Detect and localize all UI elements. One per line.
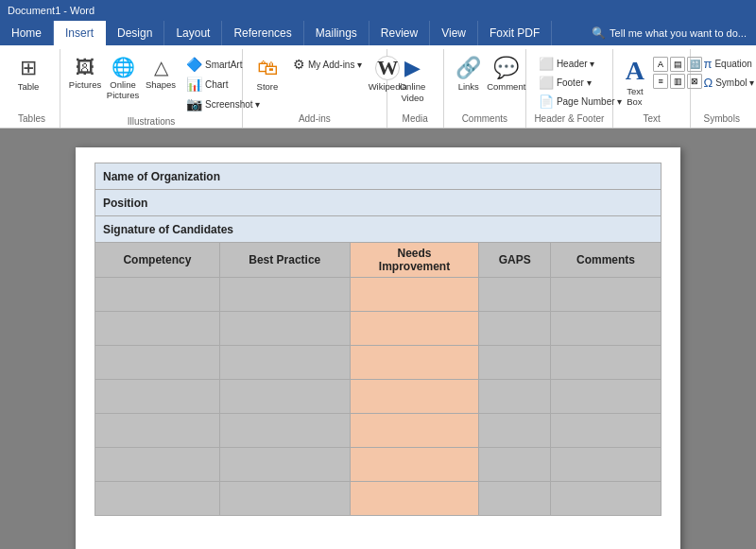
cell-needs-1 (350, 278, 479, 312)
cell-comments-1 (550, 278, 661, 312)
online-pictures-icon: 🌐 (112, 56, 135, 78)
ribbon-group-illustrations: 🖼 Pictures 🌐 OnlinePictures △ Shapes 🔷 S… (60, 49, 243, 128)
cell-needs-6 (350, 448, 479, 482)
table-label: Table (18, 81, 40, 92)
cell-competency-5 (95, 414, 220, 448)
table-header-row: Competency Best Practice NeedsImprovemen… (95, 243, 662, 278)
cell-comments-4 (550, 380, 661, 414)
media-group-label: Media (395, 111, 436, 128)
cell-comments-7 (550, 482, 661, 516)
tab-view[interactable]: View (430, 21, 478, 45)
table-button[interactable]: ⊞ Table (11, 53, 45, 95)
table-icon: ⊞ (20, 56, 37, 80)
tab-home[interactable]: Home (0, 21, 54, 45)
table-row-signature: Signature of Candidates (95, 216, 662, 243)
tab-foxitpdf[interactable]: Foxit PDF (478, 21, 552, 45)
symbol-icon: Ω (703, 76, 713, 90)
cell-competency-3 (95, 346, 220, 380)
text-small-btn-1[interactable]: A (653, 57, 668, 72)
online-video-button[interactable]: ▶ OnlineVideo (395, 53, 430, 106)
cell-gaps-4 (479, 380, 551, 414)
cell-competency-1 (95, 278, 220, 312)
cell-needs-2 (350, 312, 479, 346)
textbox-icon: A (626, 56, 644, 86)
comment-button[interactable]: 💬 Comment (490, 53, 524, 95)
table-row (95, 380, 662, 414)
my-addins-icon: ⚙ (293, 57, 305, 72)
text-small-btn-5[interactable]: ▥ (670, 74, 685, 89)
text-small-btn-2[interactable]: ▤ (670, 57, 685, 72)
screenshot-icon: 📷 (186, 96, 202, 112)
cell-competency-2 (95, 312, 220, 346)
cell-gaps-2 (479, 312, 551, 346)
ribbon-group-symbols: π Equation Ω Symbol ▾ Symbols (691, 49, 752, 128)
cell-competency-4 (95, 380, 220, 414)
cell-comments-6 (550, 448, 661, 482)
header-competency: Competency (95, 243, 220, 278)
store-icon: 🛍 (257, 56, 278, 80)
symbol-button[interactable]: Ω Symbol ▾ (698, 74, 756, 92)
tab-review[interactable]: Review (369, 21, 430, 45)
text-small-btn-4[interactable]: ≡ (653, 74, 668, 89)
cell-needs-5 (350, 414, 479, 448)
tab-layout[interactable]: Layout (164, 21, 222, 45)
cell-needs-4 (350, 380, 479, 414)
smartart-icon: 🔷 (186, 57, 202, 72)
links-button[interactable]: 🔗 Links (452, 53, 486, 95)
shapes-icon: △ (154, 56, 168, 78)
document-area: Name of Organization Position Signature … (0, 129, 756, 549)
header-gaps: GAPS (479, 243, 551, 278)
shapes-button[interactable]: △ Shapes (144, 53, 178, 93)
table-row (95, 346, 662, 380)
ribbon-group-addins: 🛍 Store ⚙ My Add-ins ▾ W Wikipedia Add-i… (243, 49, 387, 128)
ribbon-group-header-footer: ⬜ Header ▾ ⬜ Footer ▾ 📄 Page Number ▾ He… (526, 49, 613, 128)
textbox-button[interactable]: A TextBox (621, 53, 649, 110)
table-row (95, 312, 662, 346)
online-pictures-button[interactable]: 🌐 OnlinePictures (106, 53, 140, 104)
table-row-org: Name of Organization (95, 163, 662, 190)
store-button[interactable]: 🛍 Store (250, 53, 284, 95)
cell-gaps-7 (479, 482, 551, 516)
pictures-button[interactable]: 🖼 Pictures (68, 53, 102, 93)
cell-bestpractice-7 (219, 482, 350, 516)
header-needs-improvement: NeedsImprovement (350, 243, 479, 278)
links-icon: 🔗 (455, 56, 481, 80)
tell-me-text: Tell me what you want to do... (610, 27, 747, 39)
cell-bestpractice-2 (219, 312, 350, 346)
comment-icon: 💬 (493, 56, 519, 80)
cell-comments-3 (550, 346, 661, 380)
cell-bestpractice-4 (219, 380, 350, 414)
cell-needs-7 (350, 482, 479, 516)
cell-gaps-6 (479, 448, 551, 482)
table-row-position: Position (95, 190, 662, 216)
equation-icon: π (703, 57, 712, 71)
tab-design[interactable]: Design (106, 21, 164, 45)
title-bar: Document1 - Word (0, 0, 756, 21)
addins-small-buttons: ⚙ My Add-ins ▾ (288, 53, 367, 74)
cell-competency-6 (95, 448, 220, 482)
ribbon-group-media: ▶ OnlineVideo Media (387, 49, 444, 128)
my-addins-button[interactable]: ⚙ My Add-ins ▾ (288, 55, 367, 74)
title-text: Document1 - Word (8, 5, 94, 16)
tab-insert[interactable]: Insert (54, 21, 106, 45)
tab-mailings[interactable]: Mailings (304, 21, 369, 45)
tell-me-bar[interactable]: 🔍 Tell me what you want to do... (582, 21, 756, 45)
ribbon-group-links: 🔗 Links 💬 Comment Comments (444, 49, 526, 128)
table-row (95, 414, 662, 448)
pictures-icon: 🖼 (76, 56, 94, 78)
table-row (95, 448, 662, 482)
cell-gaps-5 (479, 414, 551, 448)
hf-group-label: Header & Footer (534, 111, 605, 128)
table-row (95, 278, 662, 312)
equation-button[interactable]: π Equation (698, 55, 756, 73)
online-video-icon: ▶ (404, 56, 421, 80)
cell-bestpractice-3 (219, 346, 350, 380)
addins-group-label: Add-ins (250, 111, 379, 128)
cell-gaps-1 (479, 278, 551, 312)
text-group-label: Text (621, 111, 683, 128)
tab-references[interactable]: References (222, 21, 303, 45)
cell-competency-7 (95, 482, 220, 516)
cell-gaps-3 (479, 346, 551, 380)
chart-icon: 📊 (186, 77, 202, 92)
symbols-group-label: Symbols (698, 111, 745, 128)
